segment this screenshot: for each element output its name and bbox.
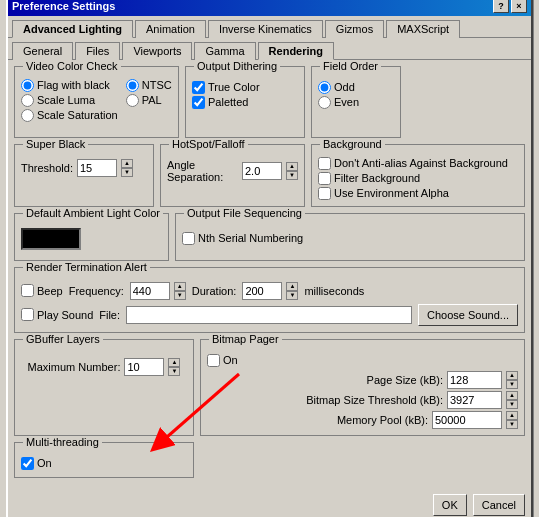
- dont-antialias-checkbox[interactable]: [318, 157, 331, 170]
- scale-saturation-option[interactable]: Scale Saturation: [21, 109, 118, 122]
- choose-sound-button[interactable]: Choose Sound...: [418, 304, 518, 326]
- bitmap-thresh-up-btn[interactable]: ▲: [506, 391, 518, 400]
- freq-up-btn[interactable]: ▲: [174, 282, 186, 291]
- tab-general[interactable]: General: [12, 42, 73, 60]
- mt-on-checkbox[interactable]: [21, 457, 34, 470]
- tab-inverse-kinematics[interactable]: Inverse Kinematics: [208, 20, 323, 38]
- dur-down-btn[interactable]: ▼: [286, 291, 298, 300]
- even-radio[interactable]: [318, 96, 331, 109]
- mem-pool-up-btn[interactable]: ▲: [506, 411, 518, 420]
- duration-spinner: ▲ ▼: [286, 282, 298, 300]
- true-color-checkbox[interactable]: [192, 81, 205, 94]
- flag-with-black-option[interactable]: Flag with black: [21, 79, 118, 92]
- file-input[interactable]: [126, 306, 412, 324]
- dur-up-btn[interactable]: ▲: [286, 282, 298, 291]
- odd-option[interactable]: Odd: [318, 81, 394, 94]
- video-color-check-group: Video Color Check Flag with black Scale …: [14, 66, 179, 138]
- ntsc-label: NTSC: [142, 79, 172, 91]
- bitmap-threshold-input[interactable]: [447, 391, 502, 409]
- ok-button[interactable]: OK: [433, 494, 467, 516]
- bitmap-on-label: On: [223, 354, 238, 366]
- bitmap-on-option[interactable]: On: [207, 354, 518, 367]
- cancel-button[interactable]: Cancel: [473, 494, 525, 516]
- nth-serial-checkbox[interactable]: [182, 232, 195, 245]
- max-down-btn[interactable]: ▼: [168, 367, 180, 376]
- render-termination-label: Render Termination Alert: [23, 261, 150, 273]
- scale-luma-option[interactable]: Scale Luma: [21, 94, 118, 107]
- paletted-label: Paletted: [208, 96, 248, 108]
- duration-input[interactable]: [242, 282, 282, 300]
- tab-animation[interactable]: Animation: [135, 20, 206, 38]
- gbuffer-label: GBuffer Layers: [23, 333, 103, 345]
- freq-down-btn[interactable]: ▼: [174, 291, 186, 300]
- filter-bg-option[interactable]: Filter Background: [318, 172, 518, 185]
- beep-checkbox[interactable]: [21, 284, 34, 297]
- gbuffer-group: GBuffer Layers Maximum Number: ▲ ▼: [14, 339, 194, 436]
- play-sound-option[interactable]: Play Sound: [21, 308, 93, 321]
- beep-option[interactable]: Beep: [21, 284, 63, 297]
- even-option[interactable]: Even: [318, 96, 394, 109]
- background-label: Background: [320, 138, 385, 150]
- threshold-up-btn[interactable]: ▲: [121, 159, 133, 168]
- use-env-checkbox[interactable]: [318, 187, 331, 200]
- pal-radio[interactable]: [126, 94, 139, 107]
- tab-maxscript[interactable]: MAXScript: [386, 20, 460, 38]
- scale-saturation-radio[interactable]: [21, 109, 34, 122]
- memory-pool-input[interactable]: [432, 411, 502, 429]
- page-size-up-btn[interactable]: ▲: [506, 371, 518, 380]
- use-env-option[interactable]: Use Environment Alpha: [318, 187, 518, 200]
- play-sound-checkbox[interactable]: [21, 308, 34, 321]
- help-button[interactable]: ?: [493, 0, 509, 13]
- angle-up-btn[interactable]: ▲: [286, 162, 298, 171]
- tabs-row2: General Files Viewports Gamma Rendering: [8, 38, 531, 60]
- bitmap-on-checkbox[interactable]: [207, 354, 220, 367]
- background-options: Don't Anti-alias Against Background Filt…: [318, 157, 518, 200]
- max-number-spinner: ▲ ▼: [168, 358, 180, 376]
- true-color-label: True Color: [208, 81, 260, 93]
- bitmap-pager-group: Bitmap Pager On Page Size (kB): ▲ ▼: [200, 339, 525, 436]
- paletted-option[interactable]: Paletted: [192, 96, 298, 109]
- threshold-down-btn[interactable]: ▼: [121, 168, 133, 177]
- hotspot-falloff-group: HotSpot/Falloff Angle Separation: ▲ ▼: [160, 144, 305, 207]
- tab-files[interactable]: Files: [75, 42, 120, 60]
- field-order-label: Field Order: [320, 60, 381, 72]
- dont-antialias-option[interactable]: Don't Anti-alias Against Background: [318, 157, 518, 170]
- frequency-input[interactable]: [130, 282, 170, 300]
- paletted-checkbox[interactable]: [192, 96, 205, 109]
- odd-radio[interactable]: [318, 81, 331, 94]
- ambient-color-picker[interactable]: [21, 228, 81, 250]
- page-size-input[interactable]: [447, 371, 502, 389]
- mem-pool-down-btn[interactable]: ▼: [506, 420, 518, 429]
- background-group: Background Don't Anti-alias Against Back…: [311, 144, 525, 207]
- row5: GBuffer Layers Maximum Number: ▲ ▼ Bitma…: [14, 339, 525, 436]
- flag-with-black-radio[interactable]: [21, 79, 34, 92]
- page-size-down-btn[interactable]: ▼: [506, 380, 518, 389]
- play-sound-label: Play Sound: [37, 309, 93, 321]
- angle-input[interactable]: [242, 162, 282, 180]
- multithreading-group: Multi-threading On: [14, 442, 194, 478]
- ntsc-option[interactable]: NTSC: [126, 79, 172, 92]
- max-up-btn[interactable]: ▲: [168, 358, 180, 367]
- tab-gizmos[interactable]: Gizmos: [325, 20, 384, 38]
- filter-bg-checkbox[interactable]: [318, 172, 331, 185]
- tab-rendering[interactable]: Rendering: [258, 42, 334, 60]
- mt-on-option[interactable]: On: [21, 457, 187, 470]
- ntsc-radio[interactable]: [126, 79, 139, 92]
- render-term-row2: Play Sound File: Choose Sound...: [21, 304, 518, 326]
- super-black-label: Super Black: [23, 138, 88, 150]
- scale-luma-radio[interactable]: [21, 94, 34, 107]
- angle-down-btn[interactable]: ▼: [286, 171, 298, 180]
- max-number-input[interactable]: [124, 358, 164, 376]
- tab-viewports[interactable]: Viewports: [122, 42, 192, 60]
- bitmap-thresh-down-btn[interactable]: ▼: [506, 400, 518, 409]
- page-size-label: Page Size (kB):: [367, 374, 443, 386]
- render-termination-group: Render Termination Alert Beep Frequency:…: [14, 267, 525, 333]
- threshold-label: Threshold:: [21, 162, 73, 174]
- tab-advanced-lighting[interactable]: Advanced Lighting: [12, 20, 133, 38]
- threshold-input[interactable]: [77, 159, 117, 177]
- pal-option[interactable]: PAL: [126, 94, 172, 107]
- close-button[interactable]: ×: [511, 0, 527, 13]
- nth-serial-option[interactable]: Nth Serial Numbering: [182, 232, 518, 245]
- true-color-option[interactable]: True Color: [192, 81, 298, 94]
- tab-gamma[interactable]: Gamma: [194, 42, 255, 60]
